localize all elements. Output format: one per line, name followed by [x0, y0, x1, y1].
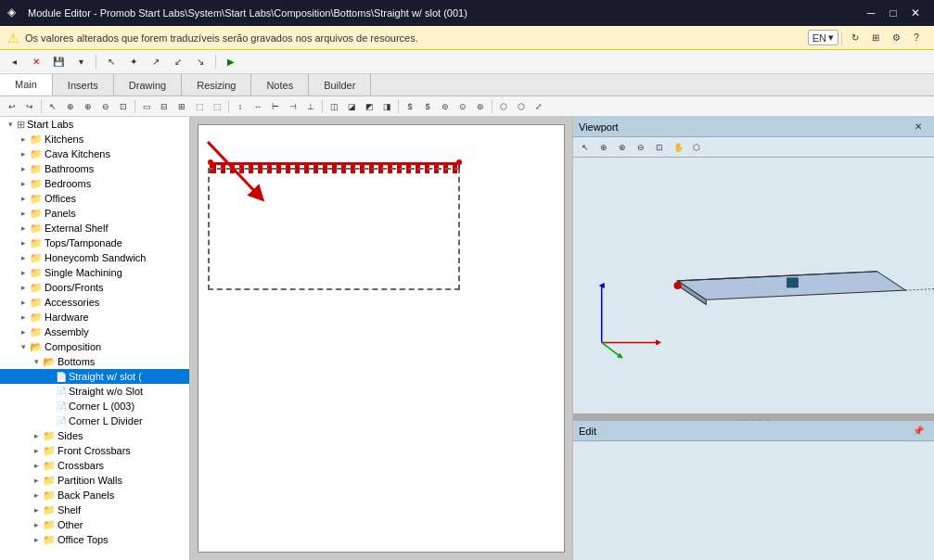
- expander-bathrooms[interactable]: ▸: [17, 162, 30, 175]
- expander-bedrooms[interactable]: ▸: [17, 177, 30, 190]
- expander-cava-kitchens[interactable]: ▸: [17, 147, 30, 160]
- expander-other[interactable]: ▸: [30, 518, 43, 531]
- sidebar-item-start-labs[interactable]: ▾⊞ Start Labs: [0, 117, 189, 132]
- tool2[interactable]: ✦: [123, 53, 144, 71]
- refresh-btn[interactable]: ↻: [845, 29, 865, 47]
- help-btn[interactable]: ?: [906, 29, 927, 47]
- tool-a[interactable]: ↕: [232, 98, 249, 115]
- sidebar-item-bathrooms[interactable]: ▸📁Bathrooms: [0, 161, 189, 176]
- tool5[interactable]: ↘: [190, 53, 211, 71]
- shape1[interactable]: ⊟: [156, 98, 173, 115]
- tool-c[interactable]: ⊢: [267, 98, 284, 115]
- sidebar-item-offices[interactable]: ▸📁Offices: [0, 191, 189, 206]
- sidebar-item-front-crossbars[interactable]: ▸📁Front Crossbars: [0, 443, 189, 458]
- sidebar-item-kitchens[interactable]: ▸📁Kitchens: [0, 132, 189, 146]
- cube2-btn[interactable]: ⬡: [513, 98, 530, 115]
- expander-front-crossbars[interactable]: ▸: [30, 444, 43, 457]
- redo-btn[interactable]: ↪: [21, 98, 38, 115]
- tool-j[interactable]: $: [402, 98, 418, 115]
- expander-back-panels[interactable]: ▸: [30, 489, 43, 502]
- dropdown-btn[interactable]: ▾: [70, 53, 91, 71]
- tool-m[interactable]: ⊙: [454, 98, 471, 115]
- sidebar-item-bedrooms[interactable]: ▸📁Bedrooms: [0, 176, 189, 191]
- expander-doors-fronts[interactable]: ▸: [17, 281, 30, 294]
- edit-pin-btn[interactable]: 📌: [908, 422, 928, 440]
- sidebar-item-shelf[interactable]: ▸📁Shelf: [0, 503, 189, 517]
- point-btn[interactable]: ⊕: [62, 98, 79, 115]
- expander-straight-slot[interactable]: [43, 370, 56, 383]
- expand-btn[interactable]: ⤢: [531, 98, 547, 115]
- expander-straight-wo-slot[interactable]: [43, 385, 56, 398]
- expander-offices[interactable]: ▸: [17, 192, 30, 205]
- tab-builder[interactable]: Builder: [309, 74, 371, 95]
- sidebar-item-external-shelf[interactable]: ▸📁External Shelf: [0, 221, 189, 235]
- close-button[interactable]: ✕: [904, 4, 927, 22]
- undo-btn[interactable]: ↩: [4, 98, 20, 115]
- vp-hand[interactable]: ✋: [670, 139, 686, 156]
- shape4[interactable]: ⬚: [209, 98, 225, 115]
- shape3[interactable]: ⬚: [191, 98, 208, 115]
- sidebar-item-tops-tamponade[interactable]: ▸📁Tops/Tamponade: [0, 235, 189, 250]
- rect-btn[interactable]: ▭: [138, 98, 155, 115]
- expander-accessories[interactable]: ▸: [17, 296, 30, 309]
- sidebar-item-other[interactable]: ▸📁Other: [0, 517, 189, 532]
- zoom-out-btn[interactable]: ⊖: [97, 98, 114, 115]
- sidebar-item-doors-fronts[interactable]: ▸📁Doors/Fronts: [0, 280, 189, 295]
- sidebar-item-back-panels[interactable]: ▸📁Back Panels: [0, 488, 189, 503]
- tool-b[interactable]: ↔: [249, 98, 266, 115]
- expander-partition-walls[interactable]: ▸: [30, 474, 43, 487]
- expander-panels[interactable]: ▸: [17, 207, 30, 220]
- tool-l[interactable]: ⊜: [437, 98, 454, 115]
- expander-honeycomb-sandwich[interactable]: ▸: [17, 251, 30, 264]
- fit-btn[interactable]: ⊡: [115, 98, 132, 115]
- sidebar-item-cava-kitchens[interactable]: ▸📁Cava Kitchens: [0, 146, 189, 161]
- sidebar-item-corner-l-divider[interactable]: 📄Corner L Divider: [0, 414, 189, 428]
- play-btn[interactable]: ▶: [221, 53, 241, 71]
- language-selector[interactable]: EN ▾: [808, 30, 838, 45]
- cube-btn[interactable]: ⬡: [495, 98, 512, 115]
- tool-g[interactable]: ◪: [343, 98, 360, 115]
- sidebar-item-hardware[interactable]: ▸📁Hardware: [0, 310, 189, 325]
- tool-e[interactable]: ⊥: [302, 98, 319, 115]
- tab-drawing[interactable]: Drawing: [114, 74, 182, 95]
- drawing-canvas[interactable]: [190, 117, 572, 560]
- sidebar-item-office-tops[interactable]: ▸📁Office Tops: [0, 532, 189, 547]
- sidebar-item-assembly[interactable]: ▸📁Assembly: [0, 325, 189, 339]
- vp-fit[interactable]: ⊡: [651, 139, 668, 156]
- expander-tops-tamponade[interactable]: ▸: [17, 236, 30, 249]
- expander-external-shelf[interactable]: ▸: [17, 222, 30, 235]
- sidebar-item-sides[interactable]: ▸📁Sides: [0, 428, 189, 443]
- sidebar-item-straight-slot[interactable]: 📄Straight w/ slot (: [0, 369, 189, 384]
- vp-cube[interactable]: ⬡: [688, 139, 705, 156]
- sidebar-item-crossbars[interactable]: ▸📁Crossbars: [0, 458, 189, 473]
- expander-start-labs[interactable]: ▾: [4, 118, 17, 131]
- tool4[interactable]: ↙: [168, 53, 188, 71]
- sidebar-item-single-machining[interactable]: ▸📁Single Machining: [0, 265, 189, 280]
- tool-f[interactable]: ◫: [326, 98, 342, 115]
- expander-shelf[interactable]: ▸: [30, 503, 43, 516]
- back-btn[interactable]: ◂: [4, 53, 24, 71]
- tool-k[interactable]: $: [419, 98, 436, 115]
- tab-resizing[interactable]: Resizing: [182, 74, 251, 95]
- expander-kitchens[interactable]: ▸: [17, 133, 30, 146]
- viewport-close-btn[interactable]: ✕: [908, 118, 928, 136]
- sidebar-item-accessories[interactable]: ▸📁Accessories: [0, 295, 189, 310]
- zoom-in-btn[interactable]: ⊕: [80, 98, 96, 115]
- expander-composition[interactable]: ▾: [17, 340, 30, 353]
- expander-crossbars[interactable]: ▸: [30, 459, 43, 472]
- sidebar-item-straight-wo-slot[interactable]: 📄Straight w/o Slot: [0, 384, 189, 399]
- shape2[interactable]: ⊞: [173, 98, 190, 115]
- tool3[interactable]: ↗: [146, 53, 166, 71]
- sidebar-item-corner-l-003[interactable]: 📄Corner L (003): [0, 399, 189, 414]
- vp-zoom-out[interactable]: ⊖: [633, 139, 649, 156]
- grid-btn[interactable]: ⊞: [865, 29, 886, 47]
- tool-i[interactable]: ◨: [378, 98, 395, 115]
- sidebar-item-partition-walls[interactable]: ▸📁Partition Walls: [0, 473, 189, 488]
- expander-hardware[interactable]: ▸: [17, 311, 30, 324]
- save-btn[interactable]: 💾: [48, 53, 69, 71]
- sidebar-item-bottoms[interactable]: ▾📂Bottoms: [0, 354, 189, 369]
- expander-corner-l-divider[interactable]: [43, 414, 56, 427]
- tab-main[interactable]: Main: [0, 74, 53, 95]
- tool-d[interactable]: ⊣: [285, 98, 301, 115]
- expander-corner-l-003[interactable]: [43, 400, 56, 413]
